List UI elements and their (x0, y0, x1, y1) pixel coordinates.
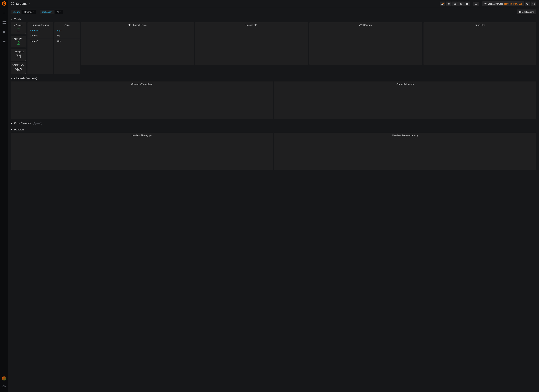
svg-point-0 (4, 3, 5, 4)
svg-rect-1 (3, 21, 4, 22)
list-item[interactable]: streams▴ (28, 28, 53, 33)
heart-icon (128, 24, 131, 26)
panel-handlers-throughput[interactable]: Handlers Throughput (11, 133, 273, 170)
save-button[interactable] (458, 1, 464, 6)
panel-jvm-memory[interactable]: JVM Memory (309, 22, 422, 65)
add-panel-button[interactable] (440, 1, 445, 6)
panel-apps: Apps appslogfilter (54, 22, 80, 74)
grafana-logo-icon[interactable] (2, 1, 6, 6)
svg-rect-4 (4, 23, 6, 24)
var-stream-dropdown[interactable]: stream2 ▼ (22, 10, 36, 14)
list-item[interactable]: stream1 (28, 33, 53, 38)
list-item[interactable]: stream2 (28, 38, 53, 44)
svg-rect-18 (519, 12, 520, 13)
svg-rect-2 (4, 21, 6, 22)
row-totals-toggle[interactable]: Totals (11, 16, 536, 22)
list-item[interactable]: filter (54, 38, 80, 44)
svg-rect-9 (13, 4, 14, 5)
svg-rect-12 (442, 4, 443, 5)
row-channels-success-toggle[interactable]: Channels (Success) (11, 75, 536, 81)
svg-rect-3 (3, 23, 4, 24)
star-button[interactable] (446, 1, 452, 6)
template-variables-bar: Stream stream2 ▼ application All ▼ Appli… (8, 8, 539, 16)
list-item[interactable]: log (54, 33, 80, 38)
row-error-channels-toggle[interactable]: Error Channels (2 panels) (11, 120, 536, 126)
panel-channel-errors[interactable]: Channel Errors (81, 22, 194, 65)
var-stream-label: Stream (11, 10, 21, 14)
stat-channel-err[interactable]: Channel Er…N/A (11, 62, 26, 74)
panel-running-streams: Running Streams streams▴stream1stream2 (28, 22, 53, 74)
view-mode-button[interactable] (473, 2, 479, 6)
panel-handlers-latency[interactable]: Handlers Average Latency (274, 133, 536, 170)
panel-open-files[interactable]: Open Files (424, 22, 536, 65)
list-item[interactable]: apps (54, 28, 80, 33)
svg-rect-10 (441, 4, 442, 5)
svg-rect-11 (442, 3, 442, 5)
nav-sidebar (0, 0, 8, 392)
panel-channels-latency[interactable]: Channels Latency (274, 81, 536, 119)
svg-rect-6 (11, 2, 12, 3)
var-application-dropdown[interactable]: All ▼ (55, 10, 63, 14)
svg-rect-16 (519, 11, 520, 12)
dashboard-title[interactable]: Streams ▼ (16, 2, 30, 6)
settings-button[interactable] (464, 1, 470, 6)
alerting-icon[interactable] (1, 29, 7, 35)
dashboards-icon[interactable] (1, 20, 7, 25)
panel-process-cpu[interactable]: Process CPU (195, 22, 308, 65)
time-range-picker[interactable]: Last 15 minutes Refresh every 10s (482, 1, 524, 6)
applications-link[interactable]: Applications (517, 9, 536, 14)
svg-rect-13 (475, 3, 477, 5)
svg-rect-8 (11, 4, 12, 5)
configuration-icon[interactable] (1, 39, 7, 44)
share-button[interactable] (452, 1, 457, 6)
var-application-label: application (40, 10, 54, 14)
help-icon[interactable] (1, 384, 7, 389)
svg-rect-7 (13, 2, 14, 3)
create-icon[interactable] (1, 10, 7, 16)
dashboard-topbar: Streams ▼ Last 15 minutes Refresh every … (8, 0, 539, 8)
svg-rect-17 (520, 11, 521, 12)
stat-apps-per[interactable]: i# Apps per …2 (11, 36, 26, 47)
zoom-out-button[interactable] (525, 1, 530, 6)
stat-throughput[interactable]: Throughput74 (11, 49, 26, 61)
row-handlers-toggle[interactable]: Handlers (11, 126, 536, 133)
stat-num-streams[interactable]: i# Streams2 (11, 22, 26, 34)
user-avatar[interactable] (2, 376, 6, 380)
refresh-button[interactable] (531, 1, 536, 6)
dashboards-grid-icon[interactable] (11, 2, 14, 6)
svg-rect-19 (520, 12, 521, 13)
panel-channels-throughput[interactable]: Channels Throughput (11, 81, 273, 119)
